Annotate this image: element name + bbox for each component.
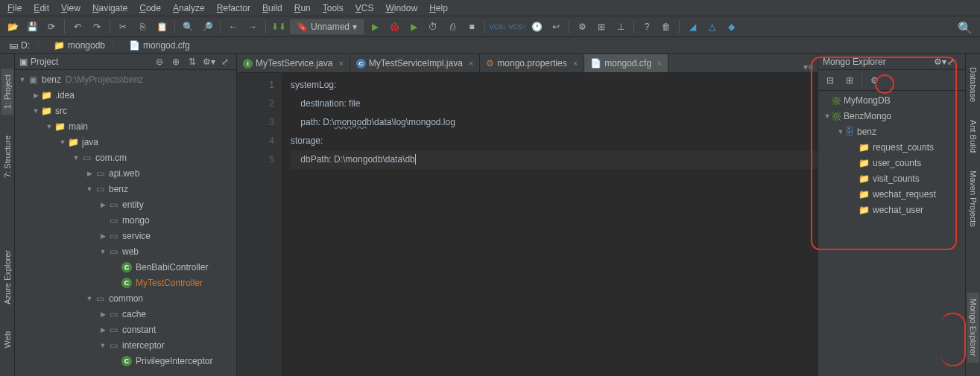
tab-list-icon[interactable]: ▾≡ [803, 62, 813, 72]
run-config-selector[interactable]: 🔖 Unnamed ▾ [290, 19, 364, 34]
tree-arrow-icon[interactable]: ▼ [31, 107, 40, 115]
close-icon[interactable]: × [338, 59, 343, 68]
tree-node-common[interactable]: ▼▭common [15, 290, 236, 306]
tree-node-java[interactable]: ▼📁java [15, 134, 236, 150]
mongo-node-wechat-request[interactable]: 📁wechat_request [818, 186, 965, 202]
redo-icon[interactable]: ↷ [89, 19, 105, 35]
code-line-4[interactable]: storage: [291, 132, 818, 150]
forward-icon[interactable]: → [244, 19, 261, 35]
open-icon[interactable]: 📂 [4, 19, 21, 35]
back-icon[interactable]: ← [225, 19, 241, 35]
mongo-node-benzmongo[interactable]: ▼𑗕BenzMongo [818, 108, 965, 124]
paste-icon[interactable]: 📋 [154, 19, 170, 35]
tree-arrow-icon[interactable]: ▶ [98, 326, 107, 334]
tree-arrow-icon[interactable]: ▼ [72, 154, 80, 162]
menu-code[interactable]: Code [133, 1, 167, 15]
save-icon[interactable]: 💾 [24, 19, 40, 35]
find-icon[interactable]: 🔍 [180, 19, 196, 35]
mongo-node-wechat-user[interactable]: 📁wechat_user [818, 202, 965, 217]
refresh-icon[interactable]: ⟳ [43, 19, 60, 35]
tree-arrow-icon[interactable]: ▼ [836, 128, 845, 136]
menu-run[interactable]: Run [288, 1, 317, 15]
run-icon[interactable]: ▶ [367, 19, 383, 35]
tree-arrow-icon[interactable]: ▶ [98, 201, 107, 208]
tree-arrow-icon[interactable]: ▼ [85, 185, 94, 193]
garbage-icon[interactable]: 🗑 [658, 19, 674, 35]
tree-node-src[interactable]: ▼📁src [15, 103, 236, 118]
mongo-node-request-counts[interactable]: 📁request_counts [818, 139, 965, 155]
editor-tab-mongod-cfg[interactable]: 📄mongod.cfg× [584, 54, 668, 72]
azure-deploy-icon[interactable]: △ [704, 19, 720, 35]
tab-structure[interactable]: 7: Structure [1, 130, 13, 184]
code-line-2[interactable]: destination: file [291, 95, 818, 113]
tab-project[interactable]: 1: Project [1, 68, 13, 115]
tree-arrow-icon[interactable]: ▶ [98, 310, 107, 318]
settings-icon[interactable]: ⚙ [574, 19, 590, 35]
help-icon[interactable]: ? [639, 19, 655, 35]
code-line-3[interactable]: path: D:\mongodb\data\log\mongod.log [291, 113, 818, 132]
tree-node-mongo[interactable]: ▭mongo [15, 212, 236, 228]
tree-node--idea[interactable]: ▶📁.idea [15, 87, 236, 103]
menu-file[interactable]: File [1, 1, 28, 15]
tree-node-interceptor[interactable]: ▼▭interceptor [15, 337, 236, 353]
editor-body[interactable]: 12345 systemLog: destination: file path:… [237, 73, 818, 376]
coverage-icon[interactable]: ▶ [405, 19, 422, 35]
cut-icon[interactable]: ✂ [115, 19, 131, 35]
tree-arrow-icon[interactable]: ▶ [31, 92, 40, 99]
collapse-all-icon[interactable]: ⊞ [841, 71, 859, 89]
vcs-revert-icon[interactable]: ↩ [548, 19, 564, 35]
tree-node-mytestcontroller[interactable]: CMyTestController [15, 275, 236, 290]
copy-icon[interactable]: ⎘ [134, 19, 151, 35]
menu-build[interactable]: Build [256, 1, 288, 15]
mongo-node-benz[interactable]: ▼🗄benz [818, 124, 965, 139]
debug-icon[interactable]: 🐞 [386, 19, 402, 35]
gear-icon[interactable]: ⚙▾ [202, 55, 215, 68]
tree-node-api-web[interactable]: ▶▭api.web [15, 165, 236, 181]
code-line-5[interactable]: dbPath: D:\mongodb\data\db [291, 150, 818, 169]
build-icon[interactable]: ⬇⬇ [271, 19, 287, 35]
tree-arrow-icon[interactable]: ▼ [58, 138, 67, 146]
menu-window[interactable]: Window [379, 1, 423, 15]
settings-icon[interactable]: ⚙ [865, 71, 883, 89]
hide-icon[interactable]: ⤢ [947, 57, 961, 67]
gear-icon[interactable]: ⚙▾ [934, 57, 947, 67]
tree-node-entity[interactable]: ▶▭entity [15, 197, 236, 212]
menu-analyze[interactable]: Analyze [167, 1, 211, 15]
expand-all-icon[interactable]: ⊟ [821, 71, 839, 89]
close-icon[interactable]: × [657, 59, 662, 68]
undo-icon[interactable]: ↶ [69, 19, 86, 35]
tree-node-main[interactable]: ▼📁main [15, 118, 236, 134]
stop-icon[interactable]: ■ [464, 19, 480, 35]
editor-tab-mongo-properties[interactable]: ⚙mongo.properties× [480, 54, 584, 72]
hide-icon[interactable]: ⤢ [218, 55, 232, 68]
tree-node-web[interactable]: ▼▭web [15, 243, 236, 259]
tree-arrow-icon[interactable]: ▶ [98, 232, 107, 240]
tree-node-constant[interactable]: ▶▭constant [15, 322, 236, 337]
azure-icon[interactable]: ◢ [684, 19, 701, 35]
tree-node-cache[interactable]: ▶▭cache [15, 306, 236, 322]
menu-tools[interactable]: Tools [317, 1, 350, 15]
tree-node-com-cm[interactable]: ▼▭com.cm [15, 150, 236, 165]
tab-database[interactable]: Database [967, 61, 979, 108]
collapse-all-icon[interactable]: ⊖ [153, 55, 166, 68]
vcs-update-icon[interactable]: VCS↓ [490, 19, 506, 35]
menu-edit[interactable]: Edit [28, 1, 55, 15]
mongo-node-user-counts[interactable]: 📁user_counts [818, 155, 965, 171]
tab-ant-build[interactable]: Ant Build [967, 114, 979, 159]
tree-arrow-icon[interactable]: ▼ [823, 112, 832, 120]
tree-arrow-icon[interactable]: ▼ [45, 123, 54, 130]
crumb-mongodcfg[interactable]: 📄mongod.cfg [124, 40, 200, 51]
mongo-tree[interactable]: 𑗕MyMongDB▼𑗕BenzMongo▼🗄benz📁request_count… [818, 91, 965, 376]
autoscroll-icon[interactable]: ⇅ [186, 55, 199, 68]
tab-maven-projects[interactable]: Maven Projects [967, 165, 979, 233]
tree-node-privilegeinterceptor[interactable]: CPrivilegeInterceptor [15, 353, 236, 369]
project-structure-icon[interactable]: ⊞ [593, 19, 610, 35]
tree-node-benz[interactable]: ▼▭benz [15, 181, 236, 197]
code-content[interactable]: systemLog: destination: file path: D:\mo… [282, 73, 818, 376]
vcs-history-icon[interactable]: 🕐 [528, 19, 545, 35]
tree-arrow-icon[interactable]: ▶ [85, 170, 94, 177]
crumb-d[interactable]: 🖴D: [4, 39, 49, 51]
tree-node-benz[interactable]: ▼▣benzD:\MyProjects\benz [15, 71, 236, 87]
tab-azure-explorer[interactable]: Azure Explorer [1, 244, 13, 310]
menu-help[interactable]: Help [423, 1, 454, 15]
